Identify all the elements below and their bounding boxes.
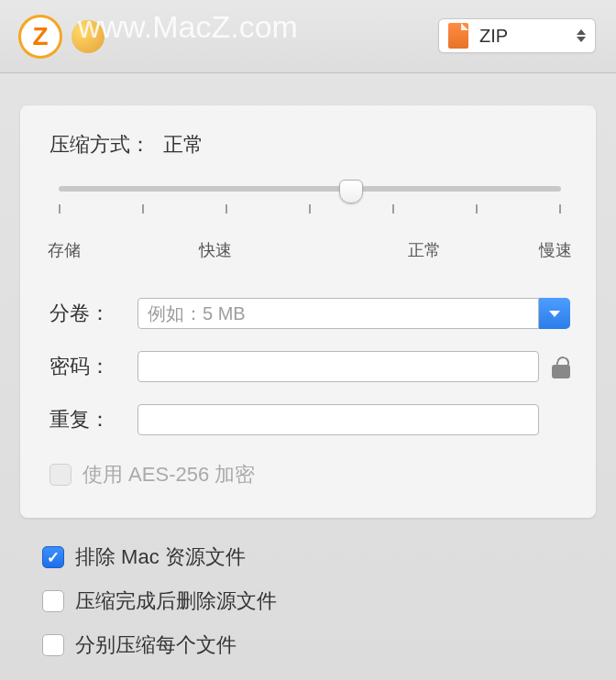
slider-thumb[interactable]	[339, 180, 363, 203]
compression-slider[interactable]	[59, 186, 561, 223]
aes-checkbox	[50, 464, 72, 486]
aes-label: 使用 AES-256 加密	[82, 461, 255, 488]
delete-after-label: 压缩完成后删除源文件	[75, 587, 277, 615]
split-combo	[138, 298, 570, 329]
zip-file-icon	[448, 23, 468, 49]
updown-icon	[577, 29, 586, 42]
password-input[interactable]	[138, 351, 539, 382]
repeat-label: 重复：	[50, 406, 138, 433]
option-exclude-mac: 排除 Mac 资源文件	[42, 543, 596, 571]
watermark-text: www.MacZ.com	[78, 9, 298, 45]
exclude-mac-checkbox[interactable]	[42, 546, 64, 568]
aes-row: 使用 AES-256 加密	[50, 461, 570, 488]
format-selector[interactable]: ZIP	[438, 18, 596, 53]
split-input[interactable]	[138, 298, 539, 329]
split-row: 分卷：	[50, 298, 570, 329]
option-delete-after: 压缩完成后删除源文件	[42, 587, 596, 615]
content-area: 压缩方式： 正常 存储 快速 正常 慢速 分卷：	[0, 73, 616, 680]
compress-individually-label: 分别压缩每个文件	[75, 631, 236, 659]
compress-individually-checkbox[interactable]	[42, 634, 64, 656]
repeat-password-input[interactable]	[138, 404, 539, 435]
options-list: 排除 Mac 资源文件 压缩完成后删除源文件 分别压缩每个文件	[20, 543, 596, 659]
settings-panel: 压缩方式： 正常 存储 快速 正常 慢速 分卷：	[20, 105, 596, 518]
slider-track	[59, 186, 561, 192]
split-dropdown-button[interactable]	[539, 298, 570, 329]
option-compress-individually: 分别压缩每个文件	[42, 631, 596, 659]
slider-labels: 存储 快速 正常 慢速	[50, 239, 570, 261]
window-header: Z www.MacZ.com ZIP	[0, 0, 616, 73]
slider-label-normal: 正常	[408, 239, 441, 261]
lock-icon[interactable]	[552, 355, 570, 378]
password-label: 密码：	[50, 353, 138, 380]
compression-method-row: 压缩方式： 正常	[50, 131, 570, 159]
delete-after-checkbox[interactable]	[42, 590, 64, 612]
slider-label-store: 存储	[48, 239, 81, 261]
slider-label-slow: 慢速	[539, 239, 572, 261]
password-row: 密码：	[50, 351, 570, 382]
app-icon: Z	[18, 15, 62, 59]
slider-ticks	[59, 204, 561, 214]
repeat-row: 重复：	[50, 404, 570, 435]
exclude-mac-label: 排除 Mac 资源文件	[75, 543, 246, 571]
compression-label: 压缩方式：	[50, 131, 150, 159]
format-label: ZIP	[479, 26, 508, 47]
compression-value: 正常	[163, 131, 204, 159]
slider-label-fast: 快速	[199, 239, 232, 261]
split-label: 分卷：	[50, 300, 138, 327]
